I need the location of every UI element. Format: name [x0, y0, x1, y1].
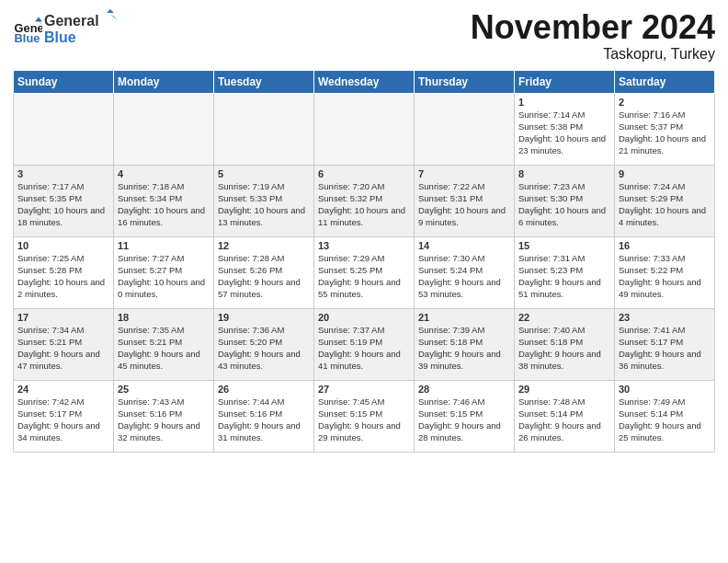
header: General Blue General Blue November 2024 …	[13, 9, 715, 63]
calendar-cell	[415, 93, 515, 165]
col-wednesday: Wednesday	[314, 70, 415, 93]
day-info: Sunrise: 7:29 AM Sunset: 5:25 PM Dayligh…	[318, 252, 410, 301]
calendar-cell: 21Sunrise: 7:39 AM Sunset: 5:18 PM Dayli…	[415, 308, 515, 380]
calendar-cell: 17Sunrise: 7:34 AM Sunset: 5:21 PM Dayli…	[14, 308, 114, 380]
day-info: Sunrise: 7:43 AM Sunset: 5:16 PM Dayligh…	[118, 396, 210, 444]
calendar-cell: 10Sunrise: 7:25 AM Sunset: 5:28 PM Dayli…	[14, 236, 114, 308]
day-number: 22	[518, 312, 610, 323]
day-info: Sunrise: 7:30 AM Sunset: 5:24 PM Dayligh…	[418, 252, 510, 301]
calendar-cell: 6Sunrise: 7:20 AM Sunset: 5:32 PM Daylig…	[314, 165, 415, 236]
calendar-cell: 14Sunrise: 7:30 AM Sunset: 5:24 PM Dayli…	[415, 236, 515, 308]
day-number: 23	[619, 312, 711, 323]
calendar-cell: 4Sunrise: 7:18 AM Sunset: 5:34 PM Daylig…	[114, 165, 214, 236]
day-number: 21	[418, 312, 510, 323]
day-number: 9	[619, 168, 711, 179]
day-info: Sunrise: 7:36 AM Sunset: 5:20 PM Dayligh…	[218, 324, 310, 373]
calendar-cell: 20Sunrise: 7:37 AM Sunset: 5:19 PM Dayli…	[314, 308, 415, 380]
day-number: 24	[17, 384, 109, 395]
day-number: 4	[118, 168, 210, 179]
calendar-week-3: 17Sunrise: 7:34 AM Sunset: 5:21 PM Dayli…	[14, 308, 715, 380]
calendar-cell: 25Sunrise: 7:43 AM Sunset: 5:16 PM Dayli…	[114, 380, 214, 452]
calendar-cell: 23Sunrise: 7:41 AM Sunset: 5:17 PM Dayli…	[615, 308, 715, 380]
day-number: 29	[518, 384, 610, 395]
day-info: Sunrise: 7:35 AM Sunset: 5:21 PM Dayligh…	[118, 324, 210, 373]
day-number: 14	[418, 240, 510, 251]
day-info: Sunrise: 7:40 AM Sunset: 5:18 PM Dayligh…	[518, 324, 610, 373]
day-number: 27	[318, 384, 410, 395]
calendar-cell: 3Sunrise: 7:17 AM Sunset: 5:35 PM Daylig…	[14, 165, 114, 236]
day-number: 2	[619, 97, 711, 108]
calendar-cell: 16Sunrise: 7:33 AM Sunset: 5:22 PM Dayli…	[615, 236, 715, 308]
day-number: 17	[17, 312, 109, 323]
day-number: 16	[619, 240, 711, 251]
calendar-cell: 27Sunrise: 7:45 AM Sunset: 5:15 PM Dayli…	[314, 380, 415, 452]
logo: General Blue General Blue	[13, 9, 118, 52]
day-number: 15	[518, 240, 610, 251]
calendar-cell: 8Sunrise: 7:23 AM Sunset: 5:30 PM Daylig…	[515, 165, 615, 236]
svg-marker-6	[107, 9, 114, 13]
calendar-cell: 19Sunrise: 7:36 AM Sunset: 5:20 PM Dayli…	[214, 308, 314, 380]
svg-text:Blue: Blue	[15, 31, 40, 45]
day-info: Sunrise: 7:16 AM Sunset: 5:37 PM Dayligh…	[619, 109, 711, 157]
day-info: Sunrise: 7:39 AM Sunset: 5:18 PM Dayligh…	[418, 324, 510, 373]
day-info: Sunrise: 7:24 AM Sunset: 5:29 PM Dayligh…	[619, 180, 711, 229]
col-saturday: Saturday	[615, 70, 715, 93]
day-info: Sunrise: 7:34 AM Sunset: 5:21 PM Dayligh…	[17, 324, 109, 373]
calendar-cell: 24Sunrise: 7:42 AM Sunset: 5:17 PM Dayli…	[14, 380, 114, 452]
day-info: Sunrise: 7:44 AM Sunset: 5:16 PM Dayligh…	[218, 396, 310, 444]
day-info: Sunrise: 7:28 AM Sunset: 5:26 PM Dayligh…	[218, 252, 310, 301]
day-number: 8	[518, 168, 610, 179]
title-area: November 2024 Taskopru, Turkey	[471, 9, 715, 63]
day-info: Sunrise: 7:25 AM Sunset: 5:28 PM Dayligh…	[17, 252, 109, 301]
calendar-cell: 28Sunrise: 7:46 AM Sunset: 5:15 PM Dayli…	[415, 380, 515, 452]
calendar-cell	[314, 93, 415, 165]
day-info: Sunrise: 7:46 AM Sunset: 5:15 PM Dayligh…	[418, 396, 510, 444]
day-number: 1	[518, 97, 610, 108]
day-number: 25	[118, 384, 210, 395]
svg-text:General: General	[44, 13, 99, 29]
day-info: Sunrise: 7:41 AM Sunset: 5:17 PM Dayligh…	[619, 324, 711, 373]
calendar: Sunday Monday Tuesday Wednesday Thursday…	[13, 70, 715, 453]
day-info: Sunrise: 7:27 AM Sunset: 5:27 PM Dayligh…	[118, 252, 210, 301]
day-info: Sunrise: 7:17 AM Sunset: 5:35 PM Dayligh…	[17, 180, 109, 229]
day-number: 19	[218, 312, 310, 323]
calendar-cell: 30Sunrise: 7:49 AM Sunset: 5:14 PM Dayli…	[615, 380, 715, 452]
calendar-week-1: 3Sunrise: 7:17 AM Sunset: 5:35 PM Daylig…	[14, 165, 715, 236]
col-friday: Friday	[515, 70, 615, 93]
month-title: November 2024	[471, 9, 715, 46]
calendar-cell: 22Sunrise: 7:40 AM Sunset: 5:18 PM Dayli…	[515, 308, 615, 380]
svg-marker-2	[35, 17, 42, 21]
col-monday: Monday	[114, 70, 214, 93]
calendar-week-0: 1Sunrise: 7:14 AM Sunset: 5:38 PM Daylig…	[14, 93, 715, 165]
calendar-cell: 12Sunrise: 7:28 AM Sunset: 5:26 PM Dayli…	[214, 236, 314, 308]
day-info: Sunrise: 7:14 AM Sunset: 5:38 PM Dayligh…	[518, 109, 610, 157]
day-number: 11	[118, 240, 210, 251]
day-info: Sunrise: 7:37 AM Sunset: 5:19 PM Dayligh…	[318, 324, 410, 373]
calendar-cell: 9Sunrise: 7:24 AM Sunset: 5:29 PM Daylig…	[615, 165, 715, 236]
day-info: Sunrise: 7:20 AM Sunset: 5:32 PM Dayligh…	[318, 180, 410, 229]
calendar-week-4: 24Sunrise: 7:42 AM Sunset: 5:17 PM Dayli…	[14, 380, 715, 452]
calendar-cell: 11Sunrise: 7:27 AM Sunset: 5:27 PM Dayli…	[114, 236, 214, 308]
day-number: 10	[17, 240, 109, 251]
day-info: Sunrise: 7:23 AM Sunset: 5:30 PM Dayligh…	[518, 180, 610, 229]
calendar-cell	[114, 93, 214, 165]
day-info: Sunrise: 7:19 AM Sunset: 5:33 PM Dayligh…	[218, 180, 310, 229]
day-info: Sunrise: 7:22 AM Sunset: 5:31 PM Dayligh…	[418, 180, 510, 229]
calendar-cell: 13Sunrise: 7:29 AM Sunset: 5:25 PM Dayli…	[314, 236, 415, 308]
day-info: Sunrise: 7:33 AM Sunset: 5:22 PM Dayligh…	[619, 252, 711, 301]
col-sunday: Sunday	[14, 70, 114, 93]
header-row: Sunday Monday Tuesday Wednesday Thursday…	[14, 70, 715, 93]
calendar-cell: 18Sunrise: 7:35 AM Sunset: 5:21 PM Dayli…	[114, 308, 214, 380]
day-info: Sunrise: 7:49 AM Sunset: 5:14 PM Dayligh…	[619, 396, 711, 444]
day-info: Sunrise: 7:42 AM Sunset: 5:17 PM Dayligh…	[17, 396, 109, 444]
col-thursday: Thursday	[415, 70, 515, 93]
page: General Blue General Blue November 2024 …	[0, 0, 728, 563]
day-info: Sunrise: 7:48 AM Sunset: 5:14 PM Dayligh…	[518, 396, 610, 444]
svg-marker-7	[110, 15, 118, 20]
svg-text:Blue: Blue	[44, 29, 76, 45]
day-info: Sunrise: 7:45 AM Sunset: 5:15 PM Dayligh…	[318, 396, 410, 444]
day-number: 20	[318, 312, 410, 323]
logo-icon: General Blue	[13, 16, 42, 45]
day-number: 28	[418, 384, 510, 395]
location: Taskopru, Turkey	[471, 46, 715, 63]
